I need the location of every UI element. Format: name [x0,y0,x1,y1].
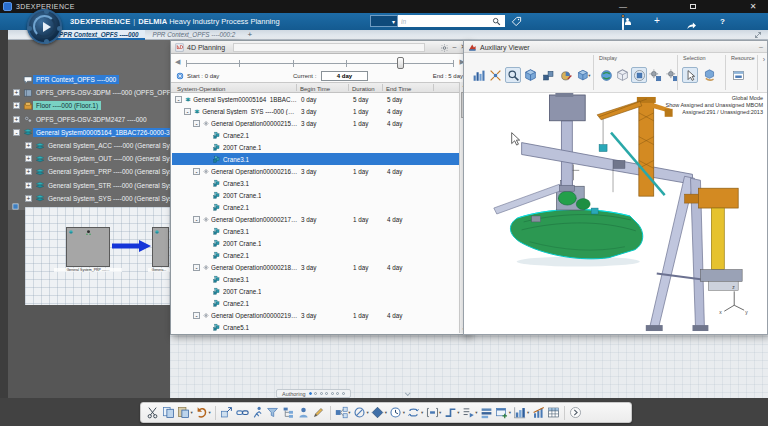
compass-dot[interactable] [320,392,323,395]
planning-row[interactable]: 200T Crane.1 [172,141,459,153]
runner-button[interactable] [250,404,265,421]
planning-row[interactable]: -General System_SYS ----000 (General Sys… [172,105,459,117]
compass-dot[interactable] [309,392,312,395]
listplay-button[interactable]: ▾ [461,404,479,421]
col-end-time[interactable]: End Time [386,86,411,92]
compass-dot[interactable] [342,392,345,395]
col-begin-time[interactable]: Begin Time [300,86,330,92]
person-button[interactable] [296,404,311,421]
tab-ppr-context-2[interactable]: PPR Context_OPFS ----000:2 [145,30,242,40]
planning-row[interactable]: Crane3.1 [172,153,459,165]
planning-row[interactable]: -General Operation00000215_1BBAC726-00..… [172,117,459,129]
compass-expand-button[interactable] [400,389,413,398]
pert-node-prp[interactable] [66,227,110,267]
tree-expander[interactable]: + [25,182,32,189]
link-button[interactable] [234,404,249,421]
loop-button[interactable]: ▾ [406,404,424,421]
fit-button[interactable] [488,67,504,83]
3d-viewport[interactable]: z x y [464,93,767,334]
elbow-button[interactable]: ▾ [443,404,461,421]
panel-settings-icon[interactable] [440,44,449,52]
globe-button[interactable] [598,67,614,83]
tree-expander[interactable]: - [13,129,20,136]
col-duration[interactable]: Duration [352,86,375,92]
row-expander[interactable]: - [193,312,200,319]
3dexperience-compass[interactable] [27,9,62,44]
planning-row[interactable]: 200T Crane.1 [172,189,459,201]
tree-drag-handle-icon[interactable] [12,203,19,210]
minimize-button[interactable]: — [612,0,634,13]
planning-row[interactable]: Crane2.1 [172,250,459,262]
cubestack-button[interactable] [540,67,556,83]
planning-row[interactable]: Crane3.1 [172,226,459,238]
viewer-minimize-button[interactable]: – [759,43,763,50]
compass-page-dots[interactable] [309,392,345,395]
chevcirc-button[interactable] [568,404,583,421]
search-icon[interactable] [492,17,501,26]
search-input[interactable] [398,15,505,27]
planning-row[interactable]: -General System00005164_1BBAC726-0000-3C… [172,93,459,105]
hist-button[interactable] [470,67,486,83]
barchart-button[interactable]: ▾ [512,404,530,421]
tree-expander[interactable]: + [25,155,32,162]
tableic-button[interactable] [546,404,561,421]
planning-row[interactable]: Crane5.1 [172,322,459,333]
col-system-operation[interactable]: System-Operation [177,86,225,92]
row-expander[interactable]: - [193,264,200,271]
tab-ppr-context-1[interactable]: PPR Context_OPFS ----000 [52,30,145,40]
row-expander[interactable]: - [193,168,200,175]
planning-row[interactable]: Crane3.1 [172,177,459,189]
cursor-button[interactable] [682,67,698,83]
clock-button[interactable]: ▾ [388,404,406,421]
planning-row[interactable]: -General Operation00000217_1BBAC726-00..… [172,213,459,225]
cube-button[interactable] [523,67,539,83]
handcube-button[interactable] [701,67,717,83]
add-tab-button[interactable]: + [242,30,257,40]
slider-handle[interactable] [397,57,404,69]
planning-row[interactable]: -General Operation00000219_1BBAC726-00..… [172,310,459,322]
barsh-button[interactable] [479,404,494,421]
row-expander[interactable]: - [175,96,182,103]
paste-button[interactable]: ▾ [176,404,194,421]
pie-button[interactable] [558,67,574,83]
tree-expander[interactable]: + [25,142,32,149]
planning-row[interactable]: Crane2.1 [172,129,459,141]
row-expander[interactable]: - [193,120,200,127]
gearcubes-button[interactable] [648,67,664,83]
planning-row[interactable]: -General Operation00000216_1BBAC726-00..… [172,165,459,177]
restore-layout-icon[interactable] [754,31,762,39]
hier-button[interactable] [281,404,296,421]
search-scope-select[interactable]: ▾ [370,15,398,27]
circleslash-button[interactable]: ▾ [352,404,370,421]
planning-row[interactable]: -General Operation00000218_1BBAC726-00..… [172,262,459,274]
current-time-input[interactable] [321,71,368,81]
compass-dot[interactable] [325,392,328,395]
circcubes-button[interactable] [631,67,647,83]
toolbar-overflow-button[interactable]: › [763,56,765,63]
tree-expander[interactable]: + [13,116,20,123]
diamond-button[interactable]: ▾ [370,404,388,421]
reswin-button[interactable] [730,67,746,83]
undo-button[interactable]: ▾ [194,404,212,421]
slider-track[interactable] [186,63,454,64]
tree-expander[interactable]: + [13,102,20,109]
slider-step-back-button[interactable]: ◀ [175,58,180,66]
tree-expander[interactable]: + [25,168,32,175]
planning-row[interactable]: Crane2.1 [172,298,459,310]
planning-row[interactable]: Crane3.1 [172,274,459,286]
exporticon-button[interactable] [219,404,234,421]
compass-dot[interactable] [314,392,317,395]
mag-button[interactable] [505,67,521,83]
ghostcube-button[interactable] [615,67,631,83]
compass-section-bar[interactable]: Authoring [276,389,351,398]
cube-button[interactable]: ▾ [576,67,592,83]
tree-expander[interactable]: + [13,89,20,96]
bracketn-button[interactable]: ▾ [424,404,442,421]
maximize-button[interactable] [682,0,704,13]
compass-dot[interactable] [336,392,339,395]
nodeic-button[interactable]: ▾ [334,404,352,421]
funnel-button[interactable] [265,404,280,421]
compass-dot[interactable] [331,392,334,395]
cut-button[interactable] [145,404,160,421]
chart2-button[interactable] [530,404,545,421]
